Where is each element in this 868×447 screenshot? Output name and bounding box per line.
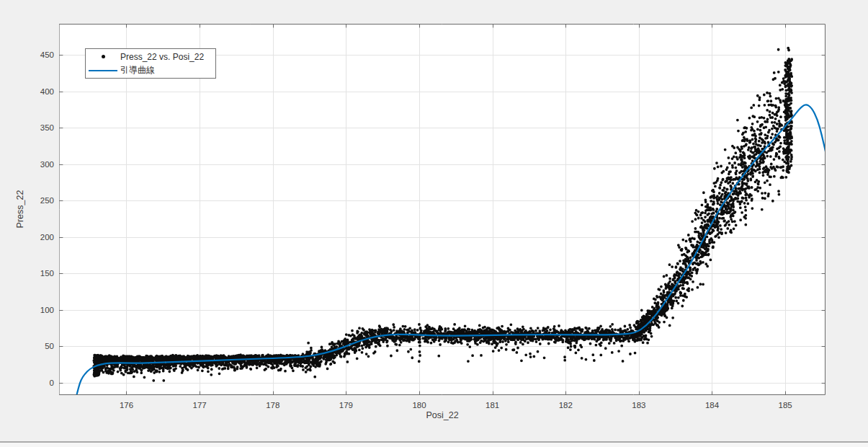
x-tick-label: 176 [120,400,133,410]
y-tick-label: 250 [24,195,54,205]
y-tick-label: 300 [24,159,54,169]
y-tick-label: 150 [24,268,54,278]
x-tick-label: 181 [486,400,499,410]
y-axis-label: Press_22 [15,190,25,229]
panel-divider [0,441,868,447]
y-tick-label: 100 [24,305,54,315]
x-tick-label: 178 [266,400,279,410]
plot-canvas[interactable] [59,24,826,395]
y-tick-label: 350 [24,123,54,133]
legend-label-curve: 引導曲線 [120,64,155,76]
x-axis-label: Posi_22 [426,410,458,420]
figure-window: 1761771781791801811821831841850501001502… [0,0,868,447]
x-tick-label: 182 [559,400,573,410]
legend-label-scatter: Press_22 vs. Posi_22 [120,52,204,62]
scatter-marker-icon [86,55,120,58]
y-tick-label: 50 [24,341,54,351]
legend[interactable]: Press_22 vs. Posi_22 引導曲線 [85,48,216,79]
x-tick-label: 179 [339,400,353,410]
y-tick-label: 450 [24,50,54,60]
y-tick-label: 200 [24,232,54,242]
curve-line-icon [86,70,120,71]
y-tick-label: 0 [24,378,54,388]
y-tick-label: 400 [24,87,54,97]
x-tick-label: 184 [705,400,719,410]
legend-item-scatter[interactable]: Press_22 vs. Posi_22 [86,50,215,63]
x-tick-label: 185 [779,400,792,410]
x-tick-label: 183 [632,400,645,410]
x-tick-label: 180 [412,400,426,410]
legend-item-curve[interactable]: 引導曲線 [86,63,215,77]
x-tick-label: 177 [193,400,207,410]
